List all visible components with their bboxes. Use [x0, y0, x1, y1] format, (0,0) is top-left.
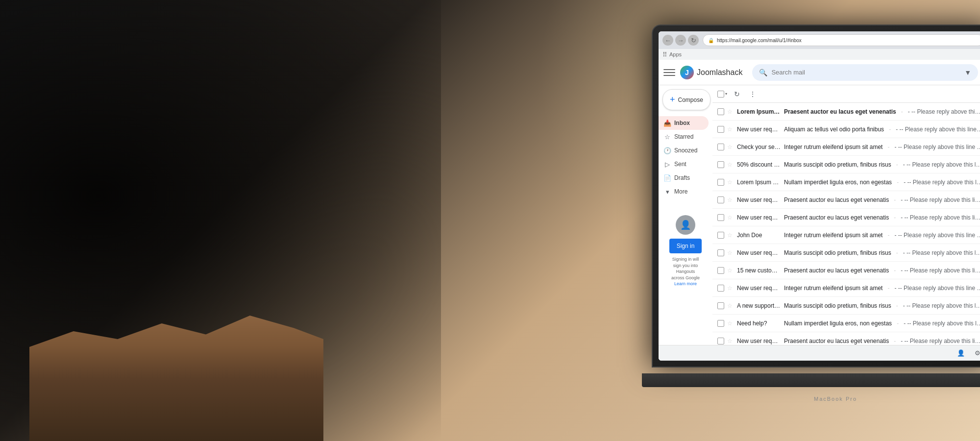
mail-subject: Aliquam ac tellus vel odio porta finibus — [784, 126, 884, 133]
search-input[interactable]: Search mail — [771, 69, 960, 76]
star-button[interactable]: ☆ — [727, 267, 734, 274]
mail-checkbox[interactable] — [717, 249, 724, 256]
mail-item[interactable]: ☆ Need help? Nullam imperdiet ligula ero… — [712, 315, 980, 332]
chrome-appbar: ⠿ Apps — [659, 49, 980, 60]
sidebar-item-sent[interactable]: ▷ Sent — [659, 157, 709, 171]
search-expand-icon[interactable]: ▼ — [964, 69, 971, 76]
mail-item[interactable]: ☆ New user request Praesent auctor eu la… — [712, 332, 980, 345]
settings-icon[interactable]: ⚙ — [972, 348, 980, 359]
mail-subject: Praesent auctor eu lacus eget venenatis — [784, 108, 896, 115]
star-button[interactable]: ☆ — [727, 285, 734, 292]
star-button[interactable]: ☆ — [727, 196, 734, 203]
mail-item[interactable]: ☆ 50% discount offer! Mauris suscipit od… — [712, 156, 980, 173]
mail-preview: - -- Please reply above this line – Repl… — [894, 144, 980, 150]
star-button[interactable]: ☆ — [727, 126, 734, 133]
mail-separator: - — [887, 285, 889, 292]
sidebar-item-more[interactable]: ▾ More — [659, 185, 709, 198]
more-chevron-icon: ▾ — [663, 188, 671, 196]
mail-checkbox[interactable] — [717, 144, 724, 150]
sidebar-item-inbox[interactable]: 📥 Inbox — [659, 116, 709, 130]
mail-checkbox[interactable] — [717, 214, 724, 221]
snoozed-label: Snoozed — [674, 147, 697, 154]
mail-item[interactable]: ☆ New user request Praesent auctor eu la… — [712, 191, 980, 209]
account-icon[interactable]: 👤 — [956, 348, 966, 359]
star-button[interactable]: ☆ — [727, 302, 734, 309]
mail-preview: - -- Please reply above this line – Repl… — [904, 179, 980, 186]
mail-checkbox[interactable] — [717, 179, 724, 186]
hamburger-line-3 — [663, 75, 675, 76]
mail-item[interactable]: ☆ New user request Praesent auctor eu la… — [712, 209, 980, 226]
back-button[interactable]: ← — [662, 35, 673, 46]
laptop-brand-label: MacBook Pro — [814, 396, 857, 402]
mail-preview: - -- Please reply above this line – Repl… — [904, 320, 980, 327]
mail-sender: 50% discount offer! — [737, 161, 781, 168]
mail-checkbox[interactable] — [717, 126, 724, 133]
mail-checkbox[interactable] — [717, 302, 724, 309]
sent-label: Sent — [674, 161, 686, 168]
star-button[interactable]: ☆ — [727, 320, 734, 327]
mail-checkbox[interactable] — [717, 338, 724, 344]
mail-checkbox[interactable] — [717, 285, 724, 292]
compose-plus-icon: + — [670, 95, 675, 105]
mail-item[interactable]: ☆ A new support ticket Mauris suscipit o… — [712, 297, 980, 315]
sidebar-item-drafts[interactable]: 📄 Drafts — [659, 171, 709, 185]
sidebar-item-snoozed[interactable]: 🕐 Snoozed — [659, 144, 709, 157]
chrome-nav-buttons: ← → ↻ — [662, 35, 699, 46]
mail-checkbox[interactable] — [717, 196, 724, 203]
mail-checkbox[interactable] — [717, 232, 724, 239]
inbox-label: Inbox — [674, 120, 690, 126]
url-bar[interactable]: 🔒 https://mail.google.com/mail/u/1/#inbo… — [703, 34, 980, 46]
mail-sender: Need help? — [737, 320, 781, 327]
star-button[interactable]: ☆ — [727, 232, 734, 239]
mail-subject: Praesent auctor eu lacus eget venenatis — [784, 196, 889, 203]
star-button[interactable]: ☆ — [727, 249, 734, 256]
mail-item[interactable]: ☆ Lorem Ipsum User Praesent auctor eu la… — [712, 103, 980, 121]
mail-item[interactable]: ☆ John Doe Integer rutrum eleifend ipsum… — [712, 226, 980, 244]
mail-sender: New user request — [737, 196, 781, 203]
mail-checkbox[interactable] — [717, 161, 724, 168]
mail-item[interactable]: ☆ New user request Aliquam ac tellus vel… — [712, 121, 980, 138]
gmail-logo-icon: J — [680, 66, 694, 79]
more-options-button[interactable]: ⋮ — [747, 88, 759, 100]
mail-sender: Lorem Ipsum User — [737, 179, 781, 186]
forward-button[interactable]: → — [675, 35, 686, 46]
mail-subject: Integer rutrum eleifend ipsum sit amet — [784, 232, 882, 239]
mail-sender: New user request — [737, 338, 781, 344]
star-button[interactable]: ☆ — [727, 108, 734, 115]
gmail-search-bar[interactable]: 🔍 Search mail ▼ — [752, 64, 978, 81]
mail-item[interactable]: ☆ 15 new customers Praesent auctor eu la… — [712, 262, 980, 279]
mail-separator: - — [887, 232, 889, 239]
mail-item[interactable]: ☆ New user request Integer rutrum eleife… — [712, 279, 980, 297]
mail-checkbox[interactable] — [717, 320, 724, 327]
refresh-mail-button[interactable]: ↻ — [731, 88, 743, 100]
mail-sender: A new support ticket — [737, 302, 781, 309]
select-all-checkbox[interactable]: ▾ — [717, 91, 727, 98]
hamburger-menu-button[interactable] — [663, 67, 675, 78]
email-list: ☆ Lorem Ipsum User Praesent auctor eu la… — [712, 103, 980, 345]
star-button[interactable]: ☆ — [727, 144, 734, 150]
checkbox-all-box[interactable] — [717, 91, 724, 98]
star-button[interactable]: ☆ — [727, 179, 734, 186]
mail-checkbox[interactable] — [717, 108, 724, 115]
mail-checkbox[interactable] — [717, 267, 724, 274]
learn-more-link[interactable]: Learn more — [674, 281, 697, 286]
checkbox-dropdown-icon[interactable]: ▾ — [725, 92, 727, 96]
mail-item[interactable]: ☆ Lorem Ipsum User Nullam imperdiet ligu… — [712, 173, 980, 191]
mail-list-container: ▾ ↻ ⋮ ☆ Lorem Ipsum User Praesent auctor… — [712, 85, 980, 345]
star-button[interactable]: ☆ — [727, 338, 734, 344]
refresh-button[interactable]: ↻ — [688, 35, 699, 46]
mail-subject: Mauris suscipit odio pretium, finibus ri… — [784, 249, 891, 256]
apps-grid-icon[interactable]: ⠿ — [662, 51, 667, 58]
mail-item[interactable]: ☆ New user request Mauris suscipit odio … — [712, 244, 980, 262]
inbox-icon: 📥 — [663, 119, 671, 127]
star-button[interactable]: ☆ — [727, 214, 734, 221]
sidebar-item-starred[interactable]: ☆ Starred — [659, 130, 709, 144]
more-label: More — [674, 188, 687, 195]
sent-icon: ▷ — [663, 160, 671, 168]
star-button[interactable]: ☆ — [727, 161, 734, 168]
star-icon: ☆ — [663, 133, 671, 141]
mail-item[interactable]: ☆ Check your settings Integer rutrum ele… — [712, 138, 980, 156]
signin-button[interactable]: Sign in — [669, 239, 702, 253]
laptop-container: ← → ↻ 🔒 https://mail.google.com/mail/u/1… — [652, 24, 980, 426]
compose-button[interactable]: + Compose — [662, 89, 710, 110]
